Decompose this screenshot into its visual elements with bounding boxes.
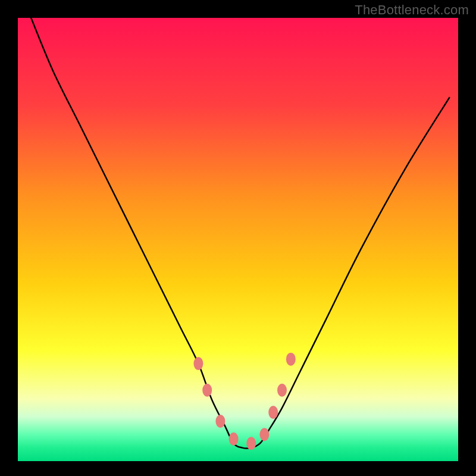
curve-marker [246,437,256,450]
curve-marker [259,428,269,441]
curve-marker [286,353,296,366]
curve-marker [215,415,225,428]
curve-marker [202,384,212,397]
chart-frame: TheBottleneck.com [0,0,476,476]
watermark-text: TheBottleneck.com [355,2,469,18]
bottleneck-chart [0,0,476,476]
curve-marker [277,384,287,397]
curve-marker [268,406,278,419]
curve-marker [229,433,239,446]
curve-marker [193,357,203,370]
plot-background [18,18,458,461]
